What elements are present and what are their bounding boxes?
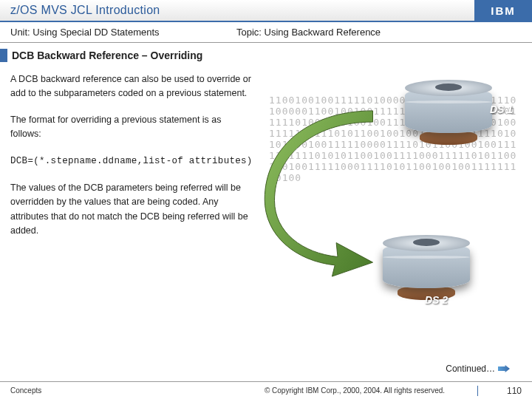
paragraph-1: A DCB backward reference can also be use… (10, 72, 254, 101)
disk-ds1-label: DS 1 (490, 103, 513, 115)
topic-label: Topic: Using Backward Reference (229, 27, 381, 38)
unit-label: Unit: Using Special DD Statements (0, 27, 229, 38)
continued-arrow-icon (498, 365, 510, 372)
course-title: z/OS MVS JCL Introduction (0, 0, 474, 21)
section-heading-text: DCB Backward Reference – Overriding (12, 50, 202, 61)
disk-ds2-label: DS 2 (425, 294, 448, 306)
content-row: A DCB backward reference can also be use… (0, 72, 532, 338)
illustration: 1100100100111110100000110010010011111010… (254, 72, 522, 338)
footer: Concepts © Copyright IBM Corp., 2000, 20… (0, 381, 532, 399)
title-bar: z/OS MVS JCL Introduction IBM (0, 0, 532, 22)
footer-copyright: © Copyright IBM Corp., 2000, 2004. All r… (232, 386, 477, 395)
disk-ds1 (405, 87, 492, 133)
footer-left: Concepts (10, 386, 232, 395)
ibm-logo: IBM (491, 4, 516, 17)
page-number: 110 (477, 386, 522, 396)
logo-container: IBM (474, 0, 532, 21)
section-heading: DCB Backward Reference – Overriding (0, 49, 532, 62)
continued-text: Continued… (446, 364, 495, 374)
disk-ds2 (383, 242, 470, 288)
paragraph-3: The values of the DCB parameters being r… (10, 181, 254, 239)
sub-header: Unit: Using Special DD Statements Topic:… (0, 22, 532, 43)
continued-indicator: Continued… (446, 364, 510, 374)
paragraph-2: The format for overriding a previous sta… (10, 113, 254, 142)
text-column: A DCB backward reference can also be use… (10, 72, 254, 338)
heading-accent (0, 49, 7, 62)
code-syntax: DCB=(*.stepname.ddname,list-of attribute… (10, 154, 254, 169)
